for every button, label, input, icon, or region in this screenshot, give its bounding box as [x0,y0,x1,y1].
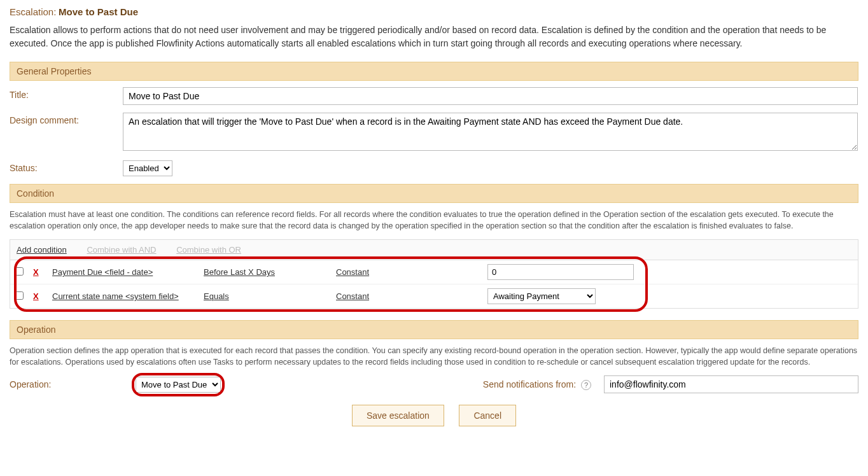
title-label: Title: [10,87,123,100]
header-name: Move to Past Due [59,6,138,17]
design-comment-input[interactable] [123,113,858,151]
condition-row-checkbox[interactable] [15,267,24,276]
operation-highlight: Move to Past Due [136,377,221,393]
condition-toolbar: Add condition Combine with AND Combine w… [10,239,858,260]
page-description: Escalation allows to perform actions tha… [10,24,858,50]
condition-type-link[interactable]: Constant [336,291,369,301]
condition-field-link[interactable]: Payment Due <field - date> [52,267,153,277]
operation-select[interactable]: Move to Past Due [136,377,221,393]
condition-row-delete[interactable]: X [33,291,47,301]
condition-note: Escalation must have at least one condit… [10,209,858,232]
help-icon[interactable]: ? [581,380,591,390]
condition-value-input[interactable] [487,264,634,280]
design-comment-label: Design comment: [10,113,123,125]
condition-row: X Payment Due <field - date> Before Last… [10,260,858,284]
combine-or-link[interactable]: Combine with OR [176,245,241,255]
condition-row-checkbox[interactable] [15,291,24,300]
section-operation: Operation [10,320,858,339]
send-notifications-label: Send notifications from: ? [483,379,591,390]
add-condition-link[interactable]: Add condition [17,245,67,255]
condition-field-link[interactable]: Current state name <system field> [52,291,179,301]
operation-note: Operation section defines the app operat… [10,346,858,368]
condition-value-select[interactable]: Awaiting Payment [487,288,596,304]
status-label: Status: [10,160,123,173]
condition-row: X Current state name <system field> Equa… [10,284,858,308]
combine-and-link[interactable]: Combine with AND [87,245,156,255]
condition-table: X Payment Due <field - date> Before Last… [10,260,858,309]
operation-label: Operation: [10,379,123,389]
cancel-button[interactable]: Cancel [459,405,516,426]
condition-operator-link[interactable]: Equals [204,291,229,301]
header-prefix: Escalation: [10,6,56,17]
page-header: Escalation: Move to Past Due [10,6,858,17]
title-input[interactable] [123,87,858,105]
condition-operator-link[interactable]: Before Last X Days [204,267,275,277]
status-select[interactable]: Enabled [123,160,172,176]
button-row: Save escalation Cancel [10,405,858,426]
section-general-properties: General Properties [10,62,858,81]
condition-row-delete[interactable]: X [33,267,47,277]
send-notifications-input[interactable] [604,375,858,393]
condition-type-link[interactable]: Constant [336,267,369,277]
section-condition: Condition [10,184,858,203]
save-escalation-button[interactable]: Save escalation [352,405,444,426]
